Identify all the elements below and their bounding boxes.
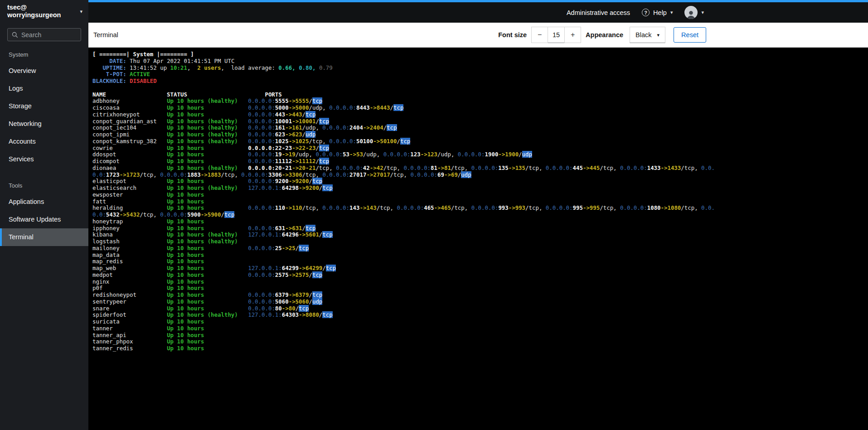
terminal-text: 5555 <box>275 97 289 104</box>
terminal-text: 995 <box>573 204 583 211</box>
terminal-text: ->64299 <box>299 265 322 271</box>
sidebar-nav: SystemOverviewLogsStorageNetworkingAccou… <box>0 51 88 246</box>
administrative-access-button[interactable]: Administrative access <box>567 9 630 16</box>
terminal-line: ipphoney Up 10 hours 0.0.0.0:631->631/tc… <box>92 225 716 232</box>
cockpit-window: tsec@ worryingsurgeon ▾ Administrative a… <box>0 0 868 430</box>
sidebar-item-storage[interactable]: Storage <box>0 97 88 115</box>
terminal-text: tcp <box>603 164 613 171</box>
font-size-increase-button[interactable]: + <box>564 27 581 43</box>
terminal-text: udp <box>312 104 322 111</box>
terminal-text: Up 10 hours <box>167 218 248 225</box>
terminal-text: 0.0.0.0: <box>248 271 275 278</box>
terminal-text: 80 <box>275 305 282 312</box>
terminal-text: , <box>465 164 471 171</box>
terminal-text: udp <box>441 151 451 158</box>
terminal-text <box>126 64 130 71</box>
sidebar-section-label: Tools <box>0 182 88 189</box>
terminal-text: tcp <box>529 204 539 211</box>
terminal-text: 13:41:52 up <box>130 64 170 71</box>
terminal-text: spiderfoot <box>92 311 167 318</box>
terminal-text: , load average: <box>221 64 279 71</box>
help-label: Help <box>653 9 667 16</box>
terminal-text: 5900 <box>187 211 201 218</box>
terminal-text: 2 users <box>197 64 221 71</box>
terminal-text: / <box>302 131 305 138</box>
sidebar-item-software-updates[interactable]: Software Updates <box>0 211 88 228</box>
font-size-value: 15 <box>548 27 564 43</box>
sidebar-item-terminal[interactable]: Terminal <box>0 228 88 246</box>
terminal-text: ->6379 <box>289 291 309 298</box>
sidebar-item-overview[interactable]: Overview <box>0 62 88 80</box>
terminal-text: Up 10 hours <box>167 225 248 232</box>
terminal-text: / <box>383 164 387 171</box>
reset-button[interactable]: Reset <box>674 27 706 43</box>
terminal-text: tcp <box>299 305 309 312</box>
terminal-text: tcp <box>393 171 403 178</box>
terminal-text: tcp <box>319 145 329 151</box>
terminal-text: ->9200 <box>299 184 319 191</box>
help-menu-button[interactable]: ? Help ▾ <box>642 9 673 16</box>
terminal-text: ->27017 <box>366 171 390 178</box>
terminal-text: logstash <box>92 238 167 245</box>
terminal-text: , <box>694 164 701 171</box>
terminal-text: Up 10 hours <box>167 291 248 298</box>
terminal-area[interactable]: [ ========| System |======== ] DATE: Thu… <box>88 48 868 430</box>
sidebar-item-services[interactable]: Services <box>0 150 88 168</box>
terminal-text: 1883 <box>187 171 201 178</box>
search-input[interactable] <box>21 31 77 39</box>
terminal-text: / <box>681 164 684 171</box>
terminal-text: ->465 <box>434 204 451 211</box>
terminal-text: tcp <box>299 245 309 251</box>
sidebar-item-networking[interactable]: Networking <box>0 115 88 133</box>
terminal-text: Up 10 hours (healthy) <box>167 118 248 125</box>
terminal-text: ->69 <box>444 171 458 178</box>
user-menu[interactable]: tsec@ worryingsurgeon ▾ <box>0 0 88 23</box>
font-size-stepper: − 15 + <box>531 27 581 43</box>
terminal-text: 10:21 <box>170 64 187 71</box>
terminal-line: dicompot Up 10 hours 0.0.0.0:11112->1111… <box>92 158 716 165</box>
terminal-text: 1080 <box>647 204 661 211</box>
chevron-down-icon: ▾ <box>657 33 660 38</box>
terminal-text: 6379 <box>275 291 289 298</box>
sidebar-item-logs[interactable]: Logs <box>0 80 88 97</box>
terminal-line: ewsposter Up 10 hours <box>92 192 716 198</box>
terminal-text: / <box>525 164 529 171</box>
terminal-text: 0.0.0.0: <box>248 225 275 232</box>
terminal-text: 0.0.0.0: <box>322 124 349 131</box>
terminal-text: tcp <box>312 138 322 145</box>
terminal-text: / <box>315 145 319 151</box>
terminal-text: 0.0.0.0: <box>471 204 499 211</box>
terminal-line: tanner_redis Up 10 hours <box>92 345 716 352</box>
terminal-text: ->5060 <box>289 298 309 305</box>
terminal-text: tcp <box>454 204 464 211</box>
terminal-text: / <box>296 305 299 312</box>
sidebar-item-applications[interactable]: Applications <box>0 193 88 211</box>
font-size-decrease-button[interactable]: − <box>531 27 548 43</box>
sidebar-search <box>7 28 81 41</box>
terminal-text: 0.0.0.0: <box>248 164 275 171</box>
terminal-text: 0.0.0.0: <box>248 298 275 305</box>
terminal-text: tcp <box>319 164 329 171</box>
terminal-text: , <box>309 151 315 158</box>
terminal-text: / <box>315 158 319 164</box>
terminal-text: 445 <box>573 164 583 171</box>
terminal-text: tanner_redis <box>92 345 167 352</box>
terminal-text: 8443 <box>356 104 370 111</box>
terminal-text: ->19 <box>282 151 296 158</box>
appearance-select[interactable]: Black ▾ <box>630 27 665 43</box>
terminal-text: tcp <box>143 171 153 178</box>
terminal-text: 1723 <box>106 171 120 178</box>
terminal-text: , <box>451 151 458 158</box>
terminal-text: / <box>309 138 312 145</box>
terminal-text: ->3306 <box>282 171 302 178</box>
session-menu-button[interactable]: ▾ <box>684 6 704 19</box>
sidebar-item-accounts[interactable]: Accounts <box>0 133 88 150</box>
terminal-text: , <box>322 104 329 111</box>
terminal-text: tanner_api <box>92 332 167 338</box>
terminal-text: / <box>309 291 312 298</box>
terminal-text: 0.0.0.0: <box>248 104 275 111</box>
terminal-text: / <box>383 124 387 131</box>
terminal-text: tcp <box>322 311 332 318</box>
terminal-text: tcp <box>224 211 234 218</box>
terminal-line: suricata Up 10 hours <box>92 319 716 325</box>
